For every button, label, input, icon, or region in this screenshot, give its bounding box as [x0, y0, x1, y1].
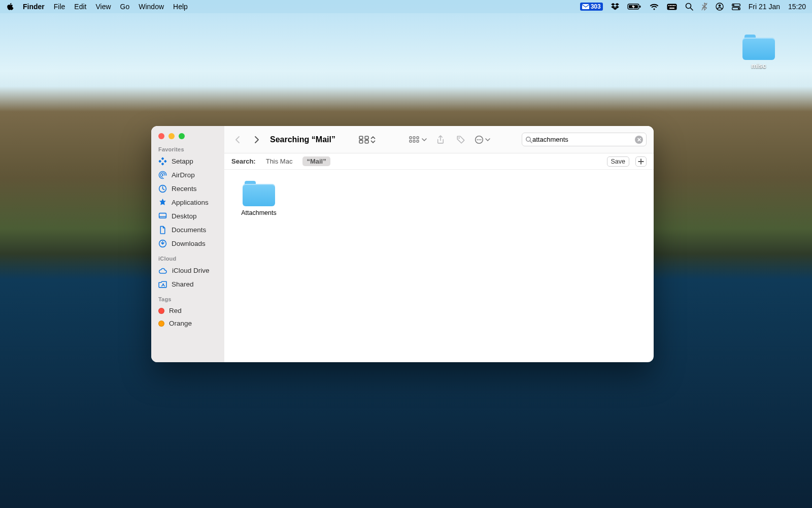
tag-dot-icon — [158, 308, 164, 314]
svg-point-44 — [477, 139, 478, 140]
sidebar-item-label: Setapp — [172, 157, 193, 165]
svg-rect-32 — [359, 136, 363, 139]
search-icon — [685, 3, 693, 11]
desktop-folder-label: misc — [751, 62, 766, 70]
menu-file[interactable]: File — [54, 3, 65, 11]
save-search-button[interactable]: Save — [607, 156, 630, 167]
search-input[interactable] — [532, 136, 635, 143]
airdrop-icon — [158, 171, 167, 179]
keyboard-icon — [667, 4, 677, 10]
menu-window[interactable]: Window — [139, 3, 164, 11]
dropbox-icon — [611, 3, 619, 10]
user-menu-extra[interactable] — [716, 3, 724, 11]
forward-button[interactable] — [251, 134, 263, 146]
sidebar-item-applications[interactable]: Applications — [151, 196, 224, 209]
svg-rect-20 — [161, 157, 164, 160]
search-field[interactable]: ✕ — [522, 133, 647, 146]
mail-icon — [582, 4, 589, 9]
setapp-icon — [158, 157, 167, 166]
view-mode-button[interactable] — [359, 136, 376, 144]
results-area[interactable]: Attachments — [224, 170, 654, 362]
add-criteria-button[interactable] — [635, 156, 647, 167]
sidebar-item-downloads[interactable]: Downloads — [151, 237, 224, 250]
bluetooth-menu-extra[interactable] — [701, 3, 707, 11]
svg-rect-6 — [670, 5, 671, 6]
svg-rect-39 — [413, 140, 415, 142]
menu-view[interactable]: View — [95, 3, 111, 11]
window-controls — [151, 132, 224, 146]
control-center-menu-extra[interactable] — [732, 4, 740, 10]
action-menu-button[interactable] — [475, 135, 490, 144]
result-folder-attachments[interactable]: Attachments — [238, 181, 280, 216]
finder-toolbar: Searching “Mail” ✕ — [224, 126, 654, 153]
share-button[interactable] — [434, 134, 447, 146]
svg-rect-2 — [639, 6, 641, 8]
chevron-down-icon — [485, 138, 490, 142]
scope-mail[interactable]: “Mail” — [302, 156, 330, 166]
desktop-folder-misc[interactable]: misc — [736, 35, 782, 70]
battery-icon — [627, 3, 641, 10]
menu-edit[interactable]: Edit — [74, 3, 86, 11]
menubar-time[interactable]: 15:20 — [788, 3, 806, 11]
svg-rect-35 — [365, 140, 368, 143]
sidebar-item-label: Shared — [172, 280, 194, 288]
svg-rect-40 — [417, 137, 419, 139]
menubar: Finder File Edit View Go Window Help 303 — [0, 0, 812, 13]
sidebar-item-setapp[interactable]: Setapp — [151, 154, 224, 168]
zoom-button[interactable] — [179, 133, 185, 139]
svg-rect-5 — [668, 5, 669, 6]
finder-sidebar: Favorites Setapp AirDrop Recents Applica… — [151, 126, 224, 362]
back-button[interactable] — [231, 134, 244, 146]
sidebar-item-label: Downloads — [172, 240, 206, 247]
group-icon — [409, 136, 420, 144]
sidebar-item-label: iCloud Drive — [172, 267, 210, 274]
search-icon — [525, 136, 532, 143]
sidebar-item-label: AirDrop — [172, 171, 195, 179]
clear-search-button[interactable]: ✕ — [635, 136, 643, 144]
mail-menu-extra[interactable]: 303 — [580, 3, 603, 11]
keyboard-menu-extra[interactable] — [667, 4, 677, 10]
sidebar-item-airdrop[interactable]: AirDrop — [151, 168, 224, 182]
chevron-down-icon — [422, 138, 427, 142]
sidebar-tag-orange[interactable]: Orange — [151, 317, 224, 330]
svg-point-42 — [458, 137, 460, 139]
svg-point-31 — [162, 283, 164, 285]
chevron-right-icon — [254, 136, 260, 144]
download-icon — [158, 239, 167, 248]
menubar-app-name[interactable]: Finder — [23, 3, 45, 11]
sidebar-tag-red[interactable]: Red — [151, 304, 224, 317]
svg-point-15 — [718, 5, 721, 7]
sidebar-item-desktop[interactable]: Desktop — [151, 209, 224, 223]
sidebar-item-documents[interactable]: Documents — [151, 223, 224, 237]
tag-dot-icon — [158, 321, 164, 327]
sidebar-item-icloud-drive[interactable]: iCloud Drive — [151, 264, 224, 277]
svg-rect-37 — [410, 140, 412, 142]
menubar-date[interactable]: Fri 21 Jan — [749, 3, 780, 11]
menu-help[interactable]: Help — [173, 3, 188, 11]
battery-menu-extra[interactable] — [627, 3, 641, 10]
apple-menu[interactable] — [6, 3, 14, 11]
tag-button[interactable] — [454, 134, 467, 146]
sidebar-item-label: Orange — [169, 320, 192, 327]
dropbox-menu-extra[interactable] — [611, 3, 619, 10]
desktop-icon — [158, 212, 167, 220]
close-button[interactable] — [158, 133, 164, 139]
finder-window: Favorites Setapp AirDrop Recents Applica… — [151, 126, 654, 362]
svg-rect-23 — [161, 163, 164, 166]
scope-this-mac[interactable]: This Mac — [262, 156, 297, 166]
sidebar-item-recents[interactable]: Recents — [151, 182, 224, 196]
wifi-menu-extra[interactable] — [650, 4, 659, 10]
menu-go[interactable]: Go — [120, 3, 130, 11]
window-title: Searching “Mail” — [270, 135, 335, 144]
clock-icon — [158, 184, 167, 193]
spotlight-menu-extra[interactable] — [685, 3, 693, 11]
svg-rect-22 — [164, 160, 167, 163]
minimize-button[interactable] — [168, 133, 175, 139]
svg-rect-0 — [582, 4, 589, 9]
cloud-icon — [158, 266, 167, 275]
sidebar-item-shared[interactable]: Shared — [151, 277, 224, 291]
sidebar-item-label: Red — [169, 307, 182, 314]
svg-rect-21 — [158, 160, 161, 163]
group-by-button[interactable] — [409, 136, 427, 144]
apple-icon — [6, 3, 14, 11]
